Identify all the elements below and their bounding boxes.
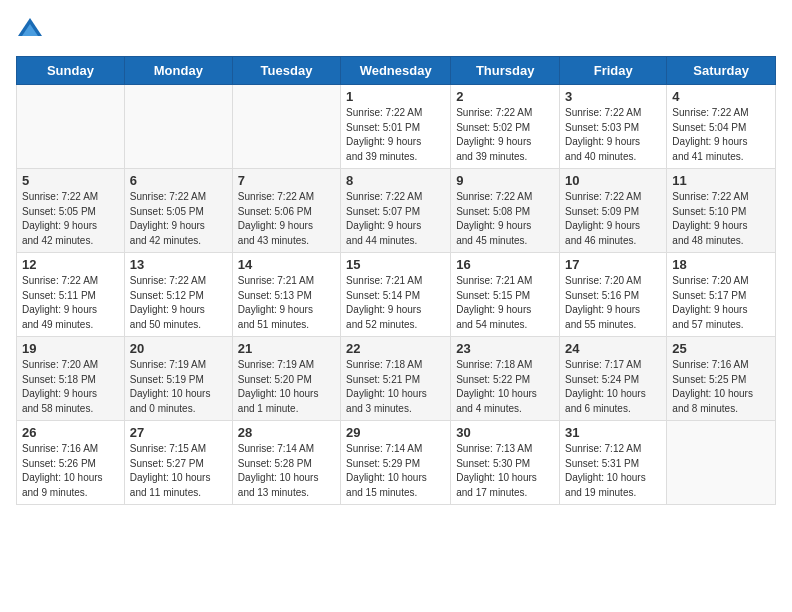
day-number: 19 bbox=[22, 341, 119, 356]
calendar-cell: 3Sunrise: 7:22 AM Sunset: 5:03 PM Daylig… bbox=[560, 85, 667, 169]
day-number: 1 bbox=[346, 89, 445, 104]
calendar-cell: 21Sunrise: 7:19 AM Sunset: 5:20 PM Dayli… bbox=[232, 337, 340, 421]
day-number: 31 bbox=[565, 425, 661, 440]
day-info: Sunrise: 7:19 AM Sunset: 5:19 PM Dayligh… bbox=[130, 358, 227, 416]
calendar-cell: 8Sunrise: 7:22 AM Sunset: 5:07 PM Daylig… bbox=[341, 169, 451, 253]
day-number: 13 bbox=[130, 257, 227, 272]
calendar-cell: 20Sunrise: 7:19 AM Sunset: 5:19 PM Dayli… bbox=[124, 337, 232, 421]
calendar-cell: 22Sunrise: 7:18 AM Sunset: 5:21 PM Dayli… bbox=[341, 337, 451, 421]
day-number: 6 bbox=[130, 173, 227, 188]
day-number: 12 bbox=[22, 257, 119, 272]
weekday-header-thursday: Thursday bbox=[451, 57, 560, 85]
calendar-cell: 24Sunrise: 7:17 AM Sunset: 5:24 PM Dayli… bbox=[560, 337, 667, 421]
calendar-cell: 17Sunrise: 7:20 AM Sunset: 5:16 PM Dayli… bbox=[560, 253, 667, 337]
day-info: Sunrise: 7:22 AM Sunset: 5:02 PM Dayligh… bbox=[456, 106, 554, 164]
calendar-cell bbox=[667, 421, 776, 505]
calendar-cell: 26Sunrise: 7:16 AM Sunset: 5:26 PM Dayli… bbox=[17, 421, 125, 505]
day-number: 10 bbox=[565, 173, 661, 188]
day-info: Sunrise: 7:22 AM Sunset: 5:03 PM Dayligh… bbox=[565, 106, 661, 164]
calendar-week-row: 1Sunrise: 7:22 AM Sunset: 5:01 PM Daylig… bbox=[17, 85, 776, 169]
day-info: Sunrise: 7:16 AM Sunset: 5:26 PM Dayligh… bbox=[22, 442, 119, 500]
calendar-cell: 2Sunrise: 7:22 AM Sunset: 5:02 PM Daylig… bbox=[451, 85, 560, 169]
day-number: 29 bbox=[346, 425, 445, 440]
calendar-week-row: 12Sunrise: 7:22 AM Sunset: 5:11 PM Dayli… bbox=[17, 253, 776, 337]
day-number: 11 bbox=[672, 173, 770, 188]
calendar-cell: 7Sunrise: 7:22 AM Sunset: 5:06 PM Daylig… bbox=[232, 169, 340, 253]
calendar-cell: 31Sunrise: 7:12 AM Sunset: 5:31 PM Dayli… bbox=[560, 421, 667, 505]
calendar-cell: 4Sunrise: 7:22 AM Sunset: 5:04 PM Daylig… bbox=[667, 85, 776, 169]
calendar-cell: 30Sunrise: 7:13 AM Sunset: 5:30 PM Dayli… bbox=[451, 421, 560, 505]
day-number: 24 bbox=[565, 341, 661, 356]
day-info: Sunrise: 7:19 AM Sunset: 5:20 PM Dayligh… bbox=[238, 358, 335, 416]
calendar-table: SundayMondayTuesdayWednesdayThursdayFrid… bbox=[16, 56, 776, 505]
calendar-cell: 9Sunrise: 7:22 AM Sunset: 5:08 PM Daylig… bbox=[451, 169, 560, 253]
day-number: 14 bbox=[238, 257, 335, 272]
calendar-cell: 13Sunrise: 7:22 AM Sunset: 5:12 PM Dayli… bbox=[124, 253, 232, 337]
day-info: Sunrise: 7:22 AM Sunset: 5:11 PM Dayligh… bbox=[22, 274, 119, 332]
day-info: Sunrise: 7:22 AM Sunset: 5:05 PM Dayligh… bbox=[130, 190, 227, 248]
logo bbox=[16, 16, 46, 44]
calendar-cell: 5Sunrise: 7:22 AM Sunset: 5:05 PM Daylig… bbox=[17, 169, 125, 253]
day-info: Sunrise: 7:22 AM Sunset: 5:01 PM Dayligh… bbox=[346, 106, 445, 164]
day-number: 2 bbox=[456, 89, 554, 104]
day-number: 22 bbox=[346, 341, 445, 356]
calendar-cell: 11Sunrise: 7:22 AM Sunset: 5:10 PM Dayli… bbox=[667, 169, 776, 253]
day-info: Sunrise: 7:18 AM Sunset: 5:21 PM Dayligh… bbox=[346, 358, 445, 416]
day-number: 9 bbox=[456, 173, 554, 188]
day-number: 15 bbox=[346, 257, 445, 272]
calendar-cell: 6Sunrise: 7:22 AM Sunset: 5:05 PM Daylig… bbox=[124, 169, 232, 253]
day-number: 30 bbox=[456, 425, 554, 440]
day-info: Sunrise: 7:22 AM Sunset: 5:08 PM Dayligh… bbox=[456, 190, 554, 248]
page-header bbox=[16, 16, 776, 44]
day-info: Sunrise: 7:22 AM Sunset: 5:10 PM Dayligh… bbox=[672, 190, 770, 248]
calendar-cell: 15Sunrise: 7:21 AM Sunset: 5:14 PM Dayli… bbox=[341, 253, 451, 337]
calendar-cell: 19Sunrise: 7:20 AM Sunset: 5:18 PM Dayli… bbox=[17, 337, 125, 421]
day-number: 28 bbox=[238, 425, 335, 440]
day-number: 3 bbox=[565, 89, 661, 104]
logo-icon bbox=[16, 16, 44, 44]
day-info: Sunrise: 7:21 AM Sunset: 5:13 PM Dayligh… bbox=[238, 274, 335, 332]
day-number: 27 bbox=[130, 425, 227, 440]
day-info: Sunrise: 7:22 AM Sunset: 5:06 PM Dayligh… bbox=[238, 190, 335, 248]
day-number: 5 bbox=[22, 173, 119, 188]
day-info: Sunrise: 7:17 AM Sunset: 5:24 PM Dayligh… bbox=[565, 358, 661, 416]
weekday-header-row: SundayMondayTuesdayWednesdayThursdayFrid… bbox=[17, 57, 776, 85]
day-info: Sunrise: 7:22 AM Sunset: 5:05 PM Dayligh… bbox=[22, 190, 119, 248]
day-number: 16 bbox=[456, 257, 554, 272]
calendar-cell bbox=[17, 85, 125, 169]
day-number: 20 bbox=[130, 341, 227, 356]
calendar-cell: 14Sunrise: 7:21 AM Sunset: 5:13 PM Dayli… bbox=[232, 253, 340, 337]
day-info: Sunrise: 7:13 AM Sunset: 5:30 PM Dayligh… bbox=[456, 442, 554, 500]
day-number: 18 bbox=[672, 257, 770, 272]
calendar-cell: 18Sunrise: 7:20 AM Sunset: 5:17 PM Dayli… bbox=[667, 253, 776, 337]
day-info: Sunrise: 7:21 AM Sunset: 5:14 PM Dayligh… bbox=[346, 274, 445, 332]
day-info: Sunrise: 7:16 AM Sunset: 5:25 PM Dayligh… bbox=[672, 358, 770, 416]
day-number: 7 bbox=[238, 173, 335, 188]
calendar-cell: 1Sunrise: 7:22 AM Sunset: 5:01 PM Daylig… bbox=[341, 85, 451, 169]
calendar-cell bbox=[232, 85, 340, 169]
calendar-week-row: 26Sunrise: 7:16 AM Sunset: 5:26 PM Dayli… bbox=[17, 421, 776, 505]
weekday-header-wednesday: Wednesday bbox=[341, 57, 451, 85]
calendar-cell: 10Sunrise: 7:22 AM Sunset: 5:09 PM Dayli… bbox=[560, 169, 667, 253]
day-number: 25 bbox=[672, 341, 770, 356]
calendar-week-row: 5Sunrise: 7:22 AM Sunset: 5:05 PM Daylig… bbox=[17, 169, 776, 253]
day-info: Sunrise: 7:20 AM Sunset: 5:16 PM Dayligh… bbox=[565, 274, 661, 332]
calendar-cell: 16Sunrise: 7:21 AM Sunset: 5:15 PM Dayli… bbox=[451, 253, 560, 337]
day-number: 8 bbox=[346, 173, 445, 188]
calendar-cell: 12Sunrise: 7:22 AM Sunset: 5:11 PM Dayli… bbox=[17, 253, 125, 337]
day-number: 21 bbox=[238, 341, 335, 356]
day-info: Sunrise: 7:22 AM Sunset: 5:12 PM Dayligh… bbox=[130, 274, 227, 332]
day-info: Sunrise: 7:18 AM Sunset: 5:22 PM Dayligh… bbox=[456, 358, 554, 416]
weekday-header-sunday: Sunday bbox=[17, 57, 125, 85]
calendar-week-row: 19Sunrise: 7:20 AM Sunset: 5:18 PM Dayli… bbox=[17, 337, 776, 421]
day-info: Sunrise: 7:14 AM Sunset: 5:29 PM Dayligh… bbox=[346, 442, 445, 500]
day-info: Sunrise: 7:20 AM Sunset: 5:17 PM Dayligh… bbox=[672, 274, 770, 332]
day-info: Sunrise: 7:20 AM Sunset: 5:18 PM Dayligh… bbox=[22, 358, 119, 416]
day-info: Sunrise: 7:22 AM Sunset: 5:07 PM Dayligh… bbox=[346, 190, 445, 248]
calendar-cell: 28Sunrise: 7:14 AM Sunset: 5:28 PM Dayli… bbox=[232, 421, 340, 505]
calendar-cell: 23Sunrise: 7:18 AM Sunset: 5:22 PM Dayli… bbox=[451, 337, 560, 421]
day-number: 4 bbox=[672, 89, 770, 104]
weekday-header-tuesday: Tuesday bbox=[232, 57, 340, 85]
day-info: Sunrise: 7:12 AM Sunset: 5:31 PM Dayligh… bbox=[565, 442, 661, 500]
day-info: Sunrise: 7:15 AM Sunset: 5:27 PM Dayligh… bbox=[130, 442, 227, 500]
